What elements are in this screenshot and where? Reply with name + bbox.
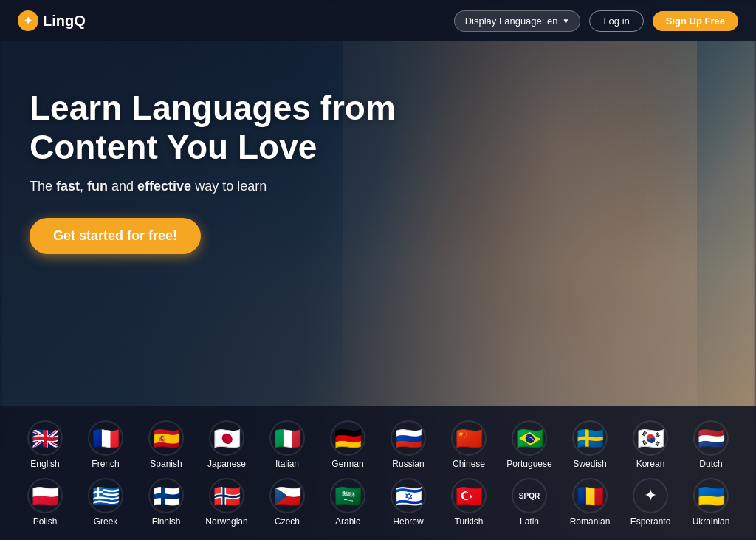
subtitle-fast: fast bbox=[56, 179, 80, 194]
language-item-german[interactable]: German bbox=[317, 417, 378, 472]
chinese-label: Chinese bbox=[453, 459, 485, 469]
esperanto-flag bbox=[633, 478, 668, 513]
logo-icon: ✦ bbox=[18, 10, 38, 31]
esperanto-label: Esperanto bbox=[630, 516, 671, 527]
subtitle-prefix: The bbox=[30, 179, 56, 194]
arabic-flag bbox=[330, 478, 365, 513]
language-item-czech[interactable]: Czech bbox=[257, 475, 317, 530]
dutch-flag bbox=[693, 420, 729, 456]
english-label: English bbox=[30, 459, 59, 469]
german-flag bbox=[330, 420, 365, 456]
subtitle-and: and bbox=[108, 179, 137, 194]
hero-subtitle: The fast, fun and effective way to learn bbox=[30, 179, 428, 194]
language-item-polish[interactable]: Polish bbox=[15, 475, 75, 530]
language-item-greek[interactable]: Greek bbox=[75, 475, 136, 530]
language-item-chinese[interactable]: Chinese bbox=[439, 417, 499, 472]
polish-label: Polish bbox=[33, 516, 58, 527]
language-item-english[interactable]: English bbox=[15, 417, 75, 472]
ukrainian-flag bbox=[693, 478, 729, 513]
latin-label: Latin bbox=[520, 516, 539, 527]
czech-flag bbox=[269, 478, 305, 513]
korean-label: Korean bbox=[636, 459, 665, 469]
language-row-2: PolishGreekFinnishNorwegianCzechArabicHe… bbox=[15, 475, 741, 530]
language-selector-label: Display Language: en bbox=[465, 16, 558, 27]
french-label: French bbox=[92, 459, 119, 469]
greek-label: Greek bbox=[94, 516, 118, 527]
language-item-finnish[interactable]: Finnish bbox=[136, 475, 196, 530]
language-item-dutch[interactable]: Dutch bbox=[681, 417, 741, 472]
language-grid: EnglishFrenchSpanishJapaneseItalianGerma… bbox=[0, 406, 756, 540]
language-row-1: EnglishFrenchSpanishJapaneseItalianGerma… bbox=[15, 417, 741, 472]
language-item-swedish[interactable]: Swedish bbox=[560, 417, 620, 472]
logo[interactable]: ✦ LingQ bbox=[18, 10, 86, 31]
dutch-label: Dutch bbox=[699, 459, 722, 469]
hebrew-label: Hebrew bbox=[393, 516, 423, 527]
russian-label: Russian bbox=[392, 459, 424, 469]
korean-flag bbox=[633, 420, 668, 456]
japanese-label: Japanese bbox=[207, 459, 246, 469]
norwegian-label: Norwegian bbox=[205, 516, 247, 527]
swedish-label: Swedish bbox=[573, 459, 606, 469]
language-item-korean[interactable]: Korean bbox=[620, 417, 681, 472]
language-item-arabic[interactable]: Arabic bbox=[317, 475, 378, 530]
nav-right: Display Language: en ▼ Log in Sign Up Fr… bbox=[454, 10, 738, 32]
cta-button[interactable]: Get started for free! bbox=[30, 218, 201, 254]
turkish-flag bbox=[451, 478, 487, 513]
greek-flag bbox=[88, 478, 123, 513]
romanian-label: Romanian bbox=[570, 516, 611, 527]
language-item-turkish[interactable]: Turkish bbox=[439, 475, 499, 530]
arabic-label: Arabic bbox=[335, 516, 360, 527]
language-item-ukrainian[interactable]: Ukrainian bbox=[681, 475, 741, 530]
signup-button[interactable]: Sign Up Free bbox=[653, 11, 738, 31]
turkish-label: Turkish bbox=[455, 516, 484, 527]
subtitle-fun: fun bbox=[87, 179, 108, 194]
navbar: ✦ LingQ Display Language: en ▼ Log in Si… bbox=[0, 0, 756, 41]
language-item-hebrew[interactable]: Hebrew bbox=[378, 475, 439, 530]
subtitle-comma: , bbox=[80, 179, 87, 194]
language-item-french[interactable]: French bbox=[75, 417, 136, 472]
language-item-japanese[interactable]: Japanese bbox=[196, 417, 257, 472]
finnish-label: Finnish bbox=[152, 516, 181, 527]
chevron-down-icon: ▼ bbox=[562, 17, 569, 25]
chinese-flag bbox=[451, 420, 487, 456]
hebrew-flag bbox=[391, 478, 426, 513]
russian-flag bbox=[391, 420, 426, 456]
language-selector-button[interactable]: Display Language: en ▼ bbox=[454, 10, 581, 32]
language-item-portuguese[interactable]: Portuguese bbox=[499, 417, 560, 472]
hero-section: ✦ LingQ Display Language: en ▼ Log in Si… bbox=[0, 0, 756, 540]
polish-flag bbox=[27, 478, 63, 513]
subtitle-suffix: way to learn bbox=[191, 179, 267, 194]
finnish-flag bbox=[148, 478, 184, 513]
norwegian-flag bbox=[209, 478, 244, 513]
subtitle-effective: effective bbox=[137, 179, 191, 194]
hero-content: Learn Languages from Content You Love Th… bbox=[30, 89, 428, 254]
italian-flag bbox=[269, 420, 305, 456]
language-item-romanian[interactable]: Romanian bbox=[560, 475, 620, 530]
language-item-russian[interactable]: Russian bbox=[378, 417, 439, 472]
logo-text: LingQ bbox=[43, 13, 86, 30]
ukrainian-label: Ukrainian bbox=[693, 516, 730, 527]
language-item-norwegian[interactable]: Norwegian bbox=[196, 475, 257, 530]
italian-label: Italian bbox=[275, 459, 299, 469]
french-flag bbox=[88, 420, 123, 456]
login-button[interactable]: Log in bbox=[589, 10, 643, 32]
german-label: German bbox=[331, 459, 363, 469]
portuguese-label: Portuguese bbox=[506, 459, 551, 469]
language-item-esperanto[interactable]: Esperanto bbox=[620, 475, 681, 530]
portuguese-flag bbox=[512, 420, 547, 456]
language-item-spanish[interactable]: Spanish bbox=[136, 417, 196, 472]
czech-label: Czech bbox=[275, 516, 300, 527]
spanish-label: Spanish bbox=[150, 459, 182, 469]
language-item-latin[interactable]: Latin bbox=[499, 475, 560, 530]
language-item-italian[interactable]: Italian bbox=[257, 417, 317, 472]
romanian-flag bbox=[572, 478, 608, 513]
english-flag bbox=[27, 420, 63, 456]
swedish-flag bbox=[572, 420, 608, 456]
japanese-flag bbox=[209, 420, 244, 456]
hero-title: Learn Languages from Content You Love bbox=[30, 89, 428, 167]
spanish-flag bbox=[148, 420, 184, 456]
latin-flag bbox=[512, 478, 547, 513]
